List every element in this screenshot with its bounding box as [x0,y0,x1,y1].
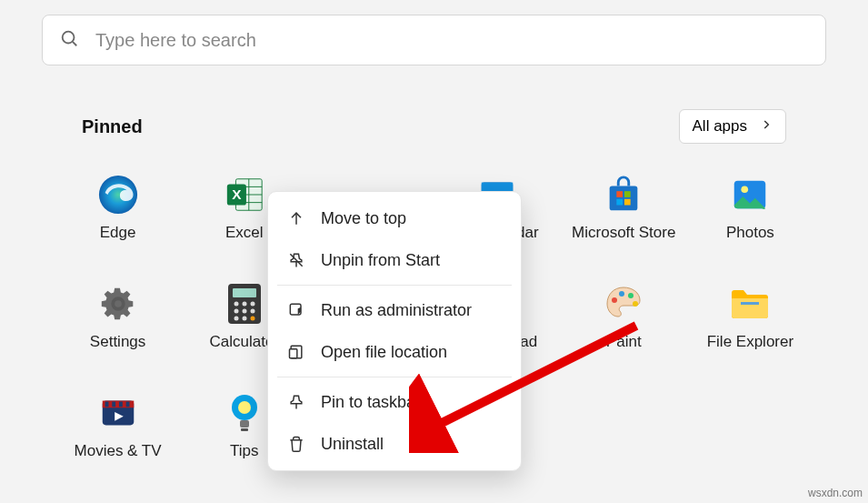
unpin-icon [286,250,306,270]
svg-point-30 [242,309,246,314]
svg-rect-49 [241,428,248,431]
svg-rect-25 [233,288,256,297]
app-label: File Explorer [707,333,793,351]
svg-point-32 [234,317,238,321]
menu-run-as-admin[interactable]: Run as administrator [268,289,521,331]
context-menu: Move to top Unpin from Start Run as admi… [267,191,522,471]
app-movies-tv[interactable]: Movies & TV [55,384,181,468]
svg-rect-43 [112,402,115,407]
svg-rect-21 [624,199,631,206]
menu-unpin-from-start[interactable]: Unpin from Start [268,239,521,281]
app-edge[interactable]: Edge [55,166,181,249]
svg-point-0 [63,32,75,44]
svg-rect-17 [610,186,638,210]
all-apps-label: All apps [693,117,747,136]
svg-rect-48 [240,420,249,428]
paint-icon [602,282,645,326]
chevron-right-icon [760,117,773,136]
menu-separator [277,285,512,286]
svg-rect-20 [617,199,624,206]
folder-icon [728,282,772,326]
app-label: Movies & TV [75,442,162,460]
svg-rect-42 [105,402,108,407]
trash-icon [286,434,306,454]
svg-point-29 [234,309,238,314]
excel-icon: X [223,173,266,216]
menu-label: Uninstall [321,435,384,454]
folder-open-icon [286,342,306,362]
all-apps-button[interactable]: All apps [679,109,786,144]
app-microsoft-store[interactable]: Microsoft Store [561,166,687,249]
svg-rect-19 [624,191,631,197]
search-input[interactable] [95,30,809,51]
menu-label: Unpin from Start [321,251,440,270]
svg-point-35 [612,297,617,303]
menu-open-file-location[interactable]: Open file location [268,331,521,373]
svg-point-33 [242,317,246,321]
app-label: Excel [225,224,264,242]
app-label: Tips [230,442,259,460]
svg-point-31 [250,309,254,314]
svg-point-36 [619,291,624,297]
app-paint[interactable]: Paint [561,275,687,358]
search-bar[interactable] [42,15,826,65]
svg-rect-18 [617,191,624,197]
store-icon [602,173,645,216]
section-title: Pinned [82,116,143,137]
tips-icon [223,391,266,435]
calculator-icon [223,282,266,326]
menu-pin-to-taskbar[interactable]: Pin to taskbar [268,381,521,423]
watermark: wsxdn.com [808,487,863,499]
menu-label: Move to top [321,209,406,228]
app-photos[interactable]: Photos [687,166,813,249]
app-label: Paint [606,333,642,351]
arrow-up-icon [286,208,306,228]
svg-line-1 [73,42,76,45]
svg-text:X: X [232,186,242,202]
svg-rect-55 [290,349,297,358]
svg-rect-39 [741,302,759,305]
svg-point-23 [742,186,749,193]
app-label: Settings [90,333,145,351]
svg-point-34 [250,317,254,321]
menu-label: Open file location [321,343,447,362]
menu-label: Run as administrator [321,301,472,320]
shield-icon [286,300,306,320]
edge-icon [96,173,140,216]
menu-uninstall[interactable]: Uninstall [268,423,521,465]
svg-point-37 [628,293,634,298]
app-label: Photos [726,224,774,242]
svg-point-27 [242,302,246,307]
menu-separator [277,377,512,377]
menu-move-to-top[interactable]: Move to top [268,197,521,239]
svg-rect-44 [119,402,123,407]
pin-icon [286,392,306,412]
svg-rect-11 [482,183,514,192]
app-settings[interactable]: Settings [55,275,181,358]
svg-point-26 [234,302,238,307]
svg-point-28 [250,302,254,307]
svg-rect-45 [125,402,129,407]
svg-point-38 [633,301,638,307]
movies-icon [96,391,140,435]
settings-icon [96,282,140,326]
app-label: Microsoft Store [572,224,675,242]
app-file-explorer[interactable]: File Explorer [687,275,813,358]
photos-icon [728,173,772,216]
app-label: Edge [100,224,136,242]
search-icon [59,28,79,52]
menu-label: Pin to taskbar [321,393,421,412]
svg-point-47 [238,401,251,414]
